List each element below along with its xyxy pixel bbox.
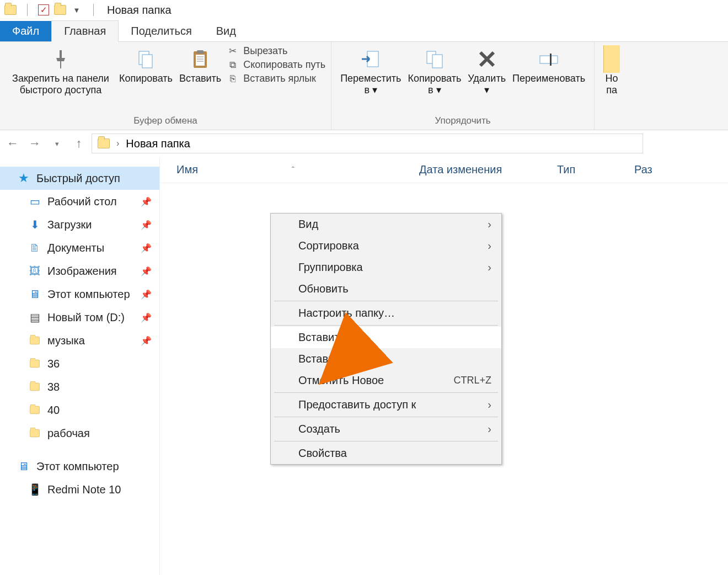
ctx-view[interactable]: Вид › bbox=[271, 214, 501, 235]
downloads-icon: ⬇ bbox=[28, 218, 42, 231]
ctx-group[interactable]: Группировка › bbox=[271, 257, 501, 278]
group-label-organize: Упорядочить bbox=[337, 115, 588, 129]
column-date[interactable]: Дата изменения bbox=[419, 163, 535, 176]
nav-recent-dropdown[interactable]: ▾ bbox=[47, 134, 66, 153]
sidebar-item-device[interactable]: 📱 Redmi Note 10 bbox=[0, 478, 159, 501]
qat-properties-icon[interactable]: ✓ bbox=[35, 2, 52, 18]
copy-button[interactable]: Копировать bbox=[116, 45, 176, 84]
qat-separator bbox=[85, 2, 101, 18]
ribbon-group-organize: Переместить в ▾ Копировать в ▾ Удалить ▾… bbox=[331, 42, 595, 130]
breadcrumb-separator: › bbox=[116, 139, 119, 148]
tab-view[interactable]: Вид bbox=[204, 21, 248, 41]
rename-button[interactable]: Переименовать bbox=[509, 45, 588, 84]
pc-icon: 🖥 bbox=[17, 460, 31, 473]
breadcrumb-folder[interactable]: Новая папка bbox=[126, 137, 190, 150]
column-name[interactable]: Имя bbox=[176, 163, 198, 176]
submenu-arrow-icon: › bbox=[488, 261, 491, 274]
clipboard-icon bbox=[189, 45, 211, 73]
column-headers: Имя ˆ Дата изменения Тип Раз bbox=[160, 157, 728, 183]
svg-rect-12 bbox=[550, 54, 552, 66]
ctx-separator bbox=[274, 325, 498, 326]
delete-x-icon bbox=[476, 45, 498, 73]
paste-button[interactable]: Вставить bbox=[176, 45, 224, 84]
rename-icon bbox=[538, 45, 560, 73]
scissors-icon: ✂ bbox=[227, 45, 239, 57]
submenu-arrow-icon: › bbox=[488, 218, 491, 231]
copy-to-button[interactable]: Копировать в ▾ bbox=[404, 45, 464, 95]
ctx-give-access[interactable]: Предоставить доступ к › bbox=[271, 394, 501, 416]
sidebar-item-36[interactable]: 36 bbox=[0, 352, 159, 375]
desktop-icon: ▭ bbox=[28, 195, 42, 208]
qat-folder-icon[interactable] bbox=[52, 2, 68, 18]
qat-dropdown-icon[interactable]: ▼ bbox=[68, 2, 85, 18]
window-folder-icon bbox=[2, 2, 19, 18]
sidebar-item-documents[interactable]: 🗎 Документы 📌 bbox=[0, 236, 159, 259]
pin-mini-icon: 📌 bbox=[141, 312, 152, 323]
sidebar-item-38[interactable]: 38 bbox=[0, 375, 159, 398]
pin-icon bbox=[50, 45, 72, 73]
pc-icon: 🖥 bbox=[28, 288, 42, 301]
ctx-sort[interactable]: Сортировка › bbox=[271, 235, 501, 257]
copy-path-icon: ⧉ bbox=[227, 60, 239, 71]
ctx-customize-folder[interactable]: Настроить папку… bbox=[271, 302, 501, 324]
group-label-clipboard: Буфер обмена bbox=[6, 115, 325, 129]
ctx-properties[interactable]: Свойства bbox=[271, 443, 501, 464]
paste-shortcut-button[interactable]: ⎘ Вставить ярлык bbox=[227, 73, 325, 84]
copy-path-button[interactable]: ⧉ Скопировать путь bbox=[227, 59, 325, 71]
sidebar-item-music[interactable]: музыка 📌 bbox=[0, 329, 159, 352]
nav-bar: ← → ▾ ↑ › Новая папка bbox=[0, 130, 728, 157]
tab-share[interactable]: Поделиться bbox=[119, 21, 204, 41]
context-menu: Вид › Сортировка › Группировка › Обновит… bbox=[270, 213, 502, 465]
shortcut-icon: ⎘ bbox=[227, 73, 239, 84]
qat-separator bbox=[19, 2, 35, 18]
sidebar-item-40[interactable]: 40 bbox=[0, 398, 159, 422]
nav-up-button[interactable]: ↑ bbox=[69, 134, 88, 153]
ctx-separator bbox=[274, 392, 498, 393]
sidebar-item-drive-d[interactable]: ▤ Новый том (D:) 📌 bbox=[0, 306, 159, 329]
delete-button[interactable]: Удалить ▾ bbox=[464, 45, 509, 95]
ribbon-group-clipboard: Закрепить на панели быстрого доступа Коп… bbox=[0, 42, 331, 130]
cut-button[interactable]: ✂ Вырезать bbox=[227, 45, 325, 57]
pin-mini-icon: 📌 bbox=[141, 243, 152, 253]
navigation-pane: ★ Быстрый доступ ▭ Рабочий стол 📌 ⬇ Загр… bbox=[0, 157, 160, 575]
ctx-undo[interactable]: Отменить Новое CTRL+Z bbox=[271, 370, 501, 391]
move-to-button[interactable]: Переместить в ▾ bbox=[337, 45, 404, 95]
address-bar[interactable]: › Новая папка bbox=[92, 134, 643, 153]
pin-mini-icon: 📌 bbox=[141, 220, 152, 230]
copy-to-icon bbox=[424, 45, 446, 73]
sidebar-item-pictures[interactable]: 🖼 Изображения 📌 bbox=[0, 259, 159, 283]
folder-icon bbox=[28, 428, 42, 438]
pin-mini-icon: 📌 bbox=[141, 289, 152, 300]
sidebar-item-downloads[interactable]: ⬇ Загрузки 📌 bbox=[0, 213, 159, 236]
folder-icon bbox=[28, 382, 42, 392]
ctx-undo-shortcut: CTRL+Z bbox=[453, 375, 491, 386]
pin-to-quick-access-button[interactable]: Закрепить на панели быстрого доступа bbox=[6, 45, 116, 95]
column-size[interactable]: Раз bbox=[634, 163, 652, 176]
ctx-paste-shortcut[interactable]: Вставить ярлык bbox=[271, 348, 501, 370]
column-type[interactable]: Тип bbox=[535, 163, 634, 176]
pin-mini-icon: 📌 bbox=[141, 196, 152, 207]
svg-rect-3 bbox=[196, 55, 205, 66]
sidebar-this-pc[interactable]: 🖥 Этот компьютер bbox=[0, 455, 159, 478]
star-pin-icon: ★ bbox=[17, 171, 31, 185]
new-folder-button-partial[interactable]: Но па bbox=[600, 45, 623, 95]
nav-forward-button[interactable]: → bbox=[25, 134, 44, 153]
ctx-paste[interactable]: Вставить bbox=[271, 327, 501, 348]
sidebar-item-rabochaya[interactable]: рабочая bbox=[0, 422, 159, 445]
folder-icon bbox=[28, 405, 42, 415]
ctx-new[interactable]: Создать › bbox=[271, 418, 501, 440]
submenu-arrow-icon: › bbox=[488, 423, 491, 435]
tab-file[interactable]: Файл bbox=[0, 21, 51, 41]
tab-home[interactable]: Главная bbox=[51, 20, 119, 42]
ctx-separator bbox=[274, 417, 498, 417]
nav-back-button[interactable]: ← bbox=[3, 134, 22, 153]
move-to-icon bbox=[360, 45, 382, 73]
ctx-separator bbox=[274, 301, 498, 301]
sidebar-item-this-pc[interactable]: 🖥 Этот компьютер 📌 bbox=[0, 283, 159, 306]
sidebar-quick-access[interactable]: ★ Быстрый доступ bbox=[0, 167, 159, 190]
ctx-separator bbox=[274, 441, 498, 441]
sidebar-item-desktop[interactable]: ▭ Рабочий стол 📌 bbox=[0, 190, 159, 213]
ctx-refresh[interactable]: Обновить bbox=[271, 278, 501, 300]
svg-rect-1 bbox=[142, 55, 152, 68]
folder-icon bbox=[28, 359, 42, 369]
